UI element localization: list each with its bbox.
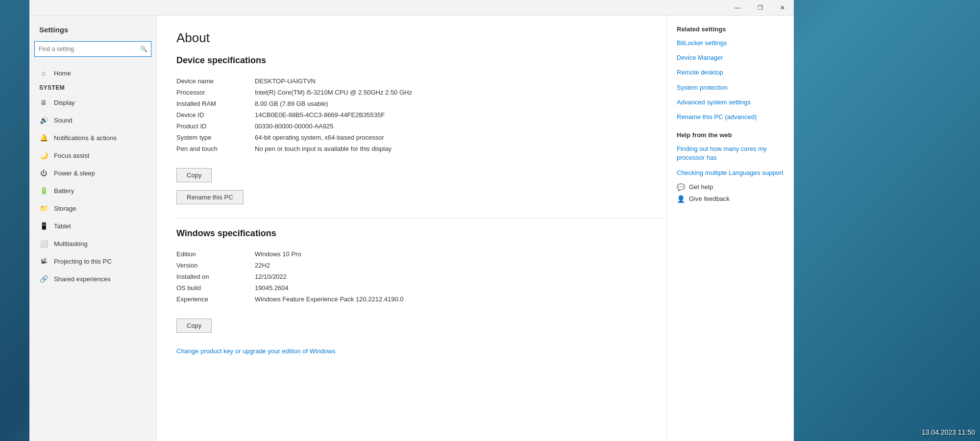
minimize-button[interactable]: — [726, 0, 749, 16]
spec-label-system-type: System type [176, 134, 255, 141]
sidebar-item-battery[interactable]: 🔋 Battery [29, 182, 156, 199]
sidebar-item-notifications[interactable]: 🔔 Notifications & actions [29, 129, 156, 147]
taskbar-clock: 13.04.2023 11:50 [922, 428, 975, 436]
spec-label-version: Version [176, 262, 255, 269]
spec-label-edition: Edition [176, 250, 255, 258]
close-button[interactable]: ✕ [771, 0, 794, 16]
sidebar-item-home[interactable]: ⌂ Home [29, 64, 156, 82]
search-input[interactable] [35, 43, 136, 55]
multitasking-label: Multitasking [54, 240, 88, 247]
battery-label: Battery [54, 187, 74, 195]
spec-label-product-id: Product ID [176, 122, 255, 130]
languages-help-link[interactable]: Checking multiple Languages support [677, 169, 784, 177]
sidebar-item-display[interactable]: 🖥 Display [29, 94, 156, 111]
sidebar-item-multitasking[interactable]: ⬜ Multitasking [29, 235, 156, 252]
maximize-button[interactable]: ❐ [749, 0, 771, 16]
bitlocker-settings-link[interactable]: BitLocker settings [677, 39, 784, 48]
feedback-icon: 👤 [677, 195, 685, 203]
notifications-label: Notifications & actions [54, 134, 117, 142]
related-settings-panel: Related settings BitLocker settings Devi… [666, 16, 794, 441]
home-icon: ⌂ [39, 69, 48, 77]
sidebar-item-projecting[interactable]: 📽 Projecting to this PC [29, 252, 156, 270]
notifications-icon: 🔔 [39, 134, 48, 142]
shared-label: Shared experiences [54, 275, 111, 283]
sidebar-item-shared[interactable]: 🔗 Shared experiences [29, 270, 156, 288]
home-label: Home [54, 70, 71, 77]
display-icon: 🖥 [39, 98, 48, 106]
sound-label: Sound [54, 117, 73, 124]
battery-icon: 🔋 [39, 187, 48, 195]
spec-label-processor: Processor [176, 89, 255, 96]
get-help-item[interactable]: 💬 Get help [677, 183, 784, 191]
sidebar: Settings 🔍 ⌂ Home System 🖥 Display 🔊 Sou… [29, 16, 157, 441]
sidebar-item-focus[interactable]: 🌙 Focus assist [29, 147, 156, 164]
settings-window: — ❐ ✕ Settings 🔍 ⌂ Home System 🖥 Display… [29, 0, 794, 441]
spec-label-pen-touch: Pen and touch [176, 145, 255, 152]
tablet-label: Tablet [54, 222, 71, 230]
system-protection-link[interactable]: System protection [677, 83, 784, 92]
related-settings-title: Related settings [677, 25, 784, 33]
focus-icon: 🌙 [39, 151, 48, 159]
spec-label-installed-on: Installed on [176, 273, 255, 280]
main-layout: Settings 🔍 ⌂ Home System 🖥 Display 🔊 Sou… [29, 16, 794, 441]
shared-icon: 🔗 [39, 275, 48, 283]
sound-icon: 🔊 [39, 116, 48, 124]
device-manager-link[interactable]: Device Manager [677, 53, 784, 62]
power-label: Power & sleep [54, 170, 95, 177]
sidebar-item-power[interactable]: ⏻ Power & sleep [29, 164, 156, 182]
spec-label-os-build: OS build [176, 284, 255, 292]
help-section: Help from the web Finding out how many c… [677, 131, 784, 203]
remote-desktop-link[interactable]: Remote desktop [677, 68, 784, 77]
search-box[interactable]: 🔍 [34, 41, 151, 57]
sidebar-item-sound[interactable]: 🔊 Sound [29, 111, 156, 129]
storage-icon: 📁 [39, 204, 48, 212]
power-icon: ⏻ [39, 169, 48, 177]
help-from-web-title: Help from the web [677, 131, 784, 139]
rename-pc-advanced-link[interactable]: Rename this PC (advanced) [677, 113, 784, 122]
projecting-icon: 📽 [39, 257, 48, 265]
system-section-label: System [29, 82, 156, 94]
get-help-label: Get help [689, 183, 713, 191]
rename-pc-button[interactable]: Rename this PC [176, 190, 244, 204]
display-label: Display [54, 99, 75, 106]
multitasking-icon: ⬜ [39, 240, 48, 247]
sidebar-item-tablet[interactable]: 📱 Tablet [29, 217, 156, 235]
search-icon[interactable]: 🔍 [136, 42, 151, 56]
titlebar: — ❐ ✕ [29, 0, 794, 16]
tablet-icon: 📱 [39, 222, 48, 230]
give-feedback-item[interactable]: 👤 Give feedback [677, 195, 784, 203]
get-help-icon: 💬 [677, 183, 685, 191]
cores-help-link[interactable]: Finding out how many cores my processor … [677, 145, 784, 162]
advanced-system-settings-link[interactable]: Advanced system settings [677, 98, 784, 107]
spec-label-device-id: Device ID [176, 111, 255, 119]
focus-label: Focus assist [54, 152, 89, 159]
storage-label: Storage [54, 205, 76, 212]
copy-device-button[interactable]: Copy [176, 168, 212, 182]
sidebar-item-storage[interactable]: 📁 Storage [29, 199, 156, 217]
spec-label-experience: Experience [176, 295, 255, 303]
spec-label-ram: Installed RAM [176, 100, 255, 107]
copy-windows-button[interactable]: Copy [176, 318, 212, 333]
spec-label-device-name: Device name [176, 77, 255, 85]
feedback-label: Give feedback [689, 195, 730, 202]
projecting-label: Projecting to this PC [54, 258, 112, 265]
sidebar-title: Settings [29, 21, 156, 41]
